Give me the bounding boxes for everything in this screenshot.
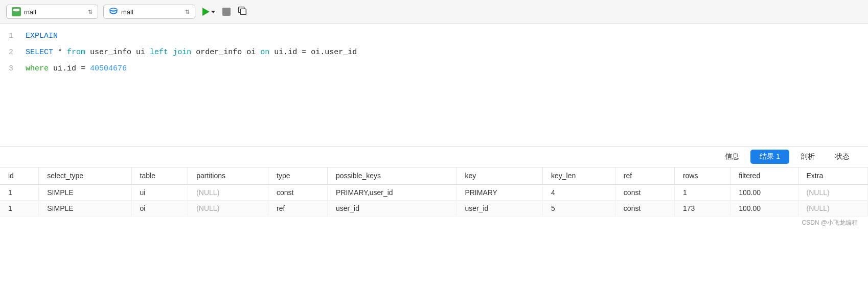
code-where-condition: ui.id = xyxy=(53,64,90,73)
table-row: 1 SIMPLE oi (NULL) ref user_id user_id 5… xyxy=(0,201,868,216)
code-user-info: user_info ui xyxy=(90,48,150,57)
code-content[interactable]: EXPLAIN SELECT * from user_info ui left … xyxy=(20,28,868,142)
code-line-2: SELECT * from user_info ui left join ord… xyxy=(26,44,863,61)
cell-key-1: PRIMARY xyxy=(456,184,543,201)
stop-button[interactable] xyxy=(222,8,231,16)
tab-status[interactable]: 状态 xyxy=(826,150,859,164)
col-key: key xyxy=(456,167,543,184)
col-id: id xyxy=(0,167,39,184)
schema-selector[interactable]: mall ⇅ xyxy=(103,5,195,19)
db-selector-chevron-1: ⇅ xyxy=(88,9,93,15)
schema-svg xyxy=(109,7,118,16)
kw-join: join xyxy=(173,48,191,57)
col-possible-keys: possible_keys xyxy=(328,167,456,184)
code-join-condition: ui.id = oi.user_id xyxy=(274,48,357,57)
cell-ref-1: const xyxy=(615,184,674,201)
table-row: 1 SIMPLE ui (NULL) const PRIMARY,user_id… xyxy=(0,184,868,201)
kw-select: SELECT xyxy=(26,48,53,57)
cell-id-2: 1 xyxy=(0,201,39,216)
footer-credit: CSDN @小飞龙编程 xyxy=(802,219,858,227)
cell-rows-1: 1 xyxy=(674,184,730,201)
database-selector-1[interactable]: mall ⇅ xyxy=(6,5,98,19)
col-filtered: filtered xyxy=(730,167,798,184)
cell-ref-2: const xyxy=(615,201,674,216)
kw-explain: EXPLAIN xyxy=(26,32,58,40)
run-button[interactable] xyxy=(200,6,217,18)
copy-button[interactable] xyxy=(236,4,249,19)
results-panel: 信息 结果 1 剖析 状态 id select_type table parti… xyxy=(0,147,868,229)
line-num-1: 1 xyxy=(7,28,13,44)
toolbar: mall ⇅ mall ⇅ xyxy=(0,0,868,24)
code-line-1: EXPLAIN xyxy=(26,28,863,44)
code-line-3: where ui.id = 40504676 xyxy=(26,61,863,77)
col-table: table xyxy=(131,167,188,184)
col-extra: Extra xyxy=(798,167,867,184)
run-triangle-icon xyxy=(202,8,210,16)
svg-rect-4 xyxy=(240,9,246,14)
cell-type-1: const xyxy=(268,184,328,201)
schema-icon xyxy=(109,7,118,16)
copy-icon-svg xyxy=(237,5,248,16)
cell-filtered-2: 100.00 xyxy=(730,201,798,216)
col-select-type: select_type xyxy=(39,167,131,184)
col-partitions: partitions xyxy=(188,167,268,184)
kw-from: from xyxy=(67,48,85,57)
code-editor[interactable]: 1 2 3 EXPLAIN SELECT * from user_info ui… xyxy=(0,24,868,146)
cell-rows-2: 173 xyxy=(674,201,730,216)
result-table-wrap: id select_type table partitions type pos… xyxy=(0,167,868,216)
col-type: type xyxy=(268,167,328,184)
line-numbers: 1 2 3 xyxy=(0,28,20,142)
cell-partitions-2: (NULL) xyxy=(188,201,268,216)
schema-selector-label: mall xyxy=(121,8,133,16)
cell-key-2: user_id xyxy=(456,201,543,216)
footer-bar: CSDN @小飞龙编程 xyxy=(0,216,868,229)
cell-partitions-1: (NULL) xyxy=(188,184,268,201)
database-leaf-icon xyxy=(13,8,20,15)
col-key-len: key_len xyxy=(542,167,615,184)
schema-selector-chevron: ⇅ xyxy=(185,9,190,15)
tab-profile[interactable]: 剖析 xyxy=(791,150,824,164)
kw-left: left xyxy=(150,48,168,57)
cell-extra-2: (NULL) xyxy=(798,201,867,216)
kw-where: where xyxy=(26,64,49,73)
line-num-3: 3 xyxy=(7,61,13,77)
editor-area[interactable]: 1 2 3 EXPLAIN SELECT * from user_info ui… xyxy=(0,24,868,147)
cell-extra-1: (NULL) xyxy=(798,184,867,201)
line-num-2: 2 xyxy=(7,44,13,61)
cell-type-2: ref xyxy=(268,201,328,216)
cell-filtered-1: 100.00 xyxy=(730,184,798,201)
kw-on: on xyxy=(260,48,269,57)
run-dropdown-icon xyxy=(211,11,215,13)
db-selector-left-1: mall xyxy=(12,7,36,16)
cell-possible-keys-2: user_id xyxy=(328,201,456,216)
col-rows: rows xyxy=(674,167,730,184)
db-icon-1 xyxy=(12,7,21,16)
schema-selector-left: mall xyxy=(109,7,133,16)
code-order-info: order_info oi xyxy=(196,48,260,57)
tab-result1[interactable]: 结果 1 xyxy=(750,150,789,164)
col-ref: ref xyxy=(615,167,674,184)
result-table-body: 1 SIMPLE ui (NULL) const PRIMARY,user_id… xyxy=(0,184,868,216)
db-selector-label-1: mall xyxy=(24,8,36,16)
svg-point-2 xyxy=(110,10,117,13)
code-asterisk: * xyxy=(58,48,67,57)
cell-select-type-1: SIMPLE xyxy=(39,184,131,201)
results-tabs: 信息 结果 1 剖析 状态 xyxy=(0,147,868,167)
result-table: id select_type table partitions type pos… xyxy=(0,167,868,216)
cell-table-2: oi xyxy=(131,201,188,216)
cell-key-len-1: 4 xyxy=(542,184,615,201)
cell-id-1: 1 xyxy=(0,184,39,201)
tab-info[interactable]: 信息 xyxy=(716,150,748,164)
cell-possible-keys-1: PRIMARY,user_id xyxy=(328,184,456,201)
table-header-row: id select_type table partitions type pos… xyxy=(0,167,868,184)
cell-table-1: ui xyxy=(131,184,188,201)
cell-select-type-2: SIMPLE xyxy=(39,201,131,216)
cell-key-len-2: 5 xyxy=(542,201,615,216)
code-user-id-value: 40504676 xyxy=(90,64,127,73)
